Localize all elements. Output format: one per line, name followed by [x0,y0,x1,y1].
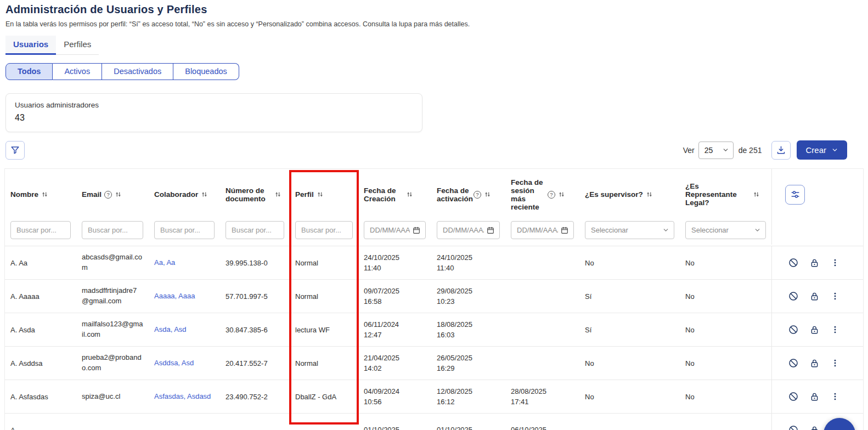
cell-fecha-activacion: 29/08/2025 10:23 [431,280,505,313]
row-menu-icon[interactable] [830,392,840,401]
block-user-icon[interactable] [788,257,799,268]
table-toolbar: Ver 25 de 251 Crear [5,140,864,160]
create-button[interactable]: Crear [797,140,847,160]
cell-fecha-activacion: 12/08/2025 16:12 [431,380,505,413]
col-label: Perfil [295,190,314,199]
filter-supervisor-select[interactable]: Seleccionar [585,221,674,239]
block-user-icon[interactable] [788,391,799,402]
cell-fecha-activacion: 01/10/2025 [431,414,505,430]
lock-user-icon[interactable] [809,358,820,369]
filter-perfil-input[interactable] [295,221,353,239]
status-filter-activos[interactable]: Activos [53,63,102,80]
tab-usuarios[interactable]: Usuarios [5,36,56,55]
col-label: Nombre [10,190,38,199]
status-filter-desactivados[interactable]: Desactivados [102,63,173,80]
sort-icon[interactable] [406,191,413,198]
colaborador-link[interactable]: Aaaaa, Aaaa [154,291,195,302]
lock-user-icon[interactable] [809,325,820,335]
help-icon[interactable]: ? [474,191,481,199]
col-header-representante[interactable]: ¿Es Representante Legal? [680,169,771,220]
cell-nombre: A. Asda [5,313,76,346]
page-size-label: Ver [683,146,695,155]
cell-fecha-sesion: 06/10/2025 [505,414,579,430]
chevron-down-icon [831,146,838,154]
sort-icon[interactable] [201,191,208,198]
sort-icon[interactable] [317,191,324,198]
col-header-fecha-sesion[interactable]: Fecha de sesión más reciente ? [505,169,579,220]
help-icon[interactable]: ? [104,191,112,199]
sort-icon[interactable] [646,191,653,198]
filter-representante-select[interactable]: Seleccionar [685,221,766,239]
cell-perfil [290,414,358,430]
filter-fecha-sesion-date[interactable]: DD/MM/AAAA [511,221,574,239]
table-row: A. 01/10/2025 01/10/2025 06/10/2025 [5,413,863,430]
filter-documento-input[interactable] [226,221,284,239]
colaborador-link[interactable]: Asddsa, Asd [154,358,194,369]
lock-user-icon[interactable] [809,425,820,430]
sort-icon[interactable] [484,191,491,198]
colaborador-link[interactable]: Aa, Aa [154,258,175,268]
admin-users-card: Usuarios administradores 43 [5,93,422,132]
table-filter-row: DD/MM/AAAA DD/MM/AAAA DD/MM/AAAA Selecci… [5,220,863,246]
lock-user-icon[interactable] [809,392,820,402]
colaborador-link[interactable]: Asda, Asd [154,325,187,335]
filter-fecha-activacion-date[interactable]: DD/MM/AAAA [437,221,500,239]
cell-supervisor: Sí [579,313,680,346]
sort-icon[interactable] [41,191,48,198]
calendar-icon[interactable] [486,226,495,235]
cell-email [76,414,149,430]
row-menu-icon[interactable] [830,325,840,335]
cell-fecha-sesion: 28/08/2025 17:41 [505,380,579,413]
filter-email-input[interactable] [82,221,143,239]
page-size-select[interactable]: 25 [698,142,734,159]
block-user-icon[interactable] [788,425,799,430]
row-menu-icon[interactable] [830,258,840,268]
filter-button[interactable] [5,141,25,160]
status-filter-bloqueados[interactable]: Bloqueados [173,63,239,80]
filter-nombre-input[interactable] [10,221,71,239]
status-filter-group: Todos Activos Desactivados Bloqueados [5,63,239,80]
filter-fecha-creacion-date[interactable]: DD/MM/AAAA [364,221,426,239]
lock-user-icon[interactable] [809,258,820,268]
download-button[interactable] [771,141,791,160]
col-header-colaborador[interactable]: Colaborador [149,169,220,220]
row-actions [771,347,863,380]
col-header-fecha-creacion[interactable]: Fecha de Creación [358,169,431,220]
column-settings-button[interactable] [785,185,805,205]
cell-representante [680,414,771,430]
status-filter-todos[interactable]: Todos [5,63,53,80]
cell-fecha-creacion: 04/09/2024 10:56 [358,380,431,413]
tab-perfiles[interactable]: Perfiles [56,36,99,54]
block-user-icon[interactable] [788,291,799,302]
lock-user-icon[interactable] [809,291,820,302]
cell-fecha-creacion: 01/10/2025 [358,414,431,430]
col-header-perfil[interactable]: Perfil [290,169,358,220]
calendar-icon[interactable] [560,226,569,235]
sort-icon[interactable] [115,191,122,198]
col-header-fecha-activacion[interactable]: Fecha de activación ? [431,169,505,220]
chevron-down-icon [722,146,729,154]
col-header-nombre[interactable]: Nombre [5,169,76,220]
block-user-icon[interactable] [788,358,799,369]
cell-documento: 39.995.138-0 [220,246,290,279]
filter-actions-cell [771,220,863,245]
col-header-email[interactable]: Email ? [76,169,149,220]
sort-icon[interactable] [274,191,281,198]
filter-colaborador-input[interactable] [154,221,215,239]
row-menu-icon[interactable] [830,358,840,368]
select-placeholder: Seleccionar [691,226,729,234]
col-label: Colaborador [154,190,198,199]
users-table: Nombre Email ? Colaborador Número de doc… [4,168,864,430]
cell-colaborador: Aaaaa, Aaaa [149,280,220,313]
col-header-documento[interactable]: Número de documento [220,169,290,220]
col-header-supervisor[interactable]: ¿Es supervisor? [579,169,680,220]
calendar-icon[interactable] [412,226,421,235]
chevron-down-icon [662,227,669,234]
block-user-icon[interactable] [788,324,799,335]
colaborador-link[interactable]: Asfasdas, Asdasd [154,392,211,402]
sort-icon[interactable] [558,191,565,198]
help-icon[interactable]: ? [548,191,555,199]
sort-icon[interactable] [753,191,760,198]
cell-documento [220,414,290,430]
row-menu-icon[interactable] [830,291,840,301]
